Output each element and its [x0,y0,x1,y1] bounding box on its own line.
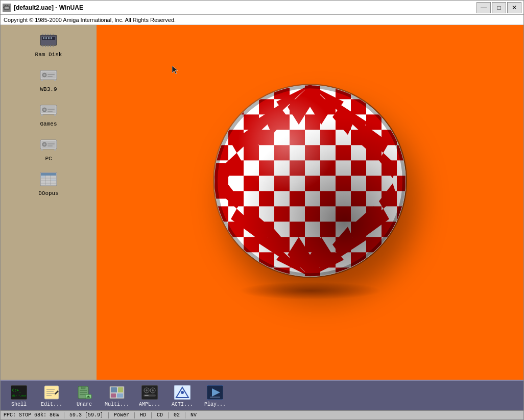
pc-label: PC [45,156,52,162]
svg-rect-21 [47,34,49,35]
svg-point-109 [152,389,154,391]
svg-rect-7 [7,9,8,10]
svg-rect-45 [47,145,53,146]
taskbar-edit[interactable]: Edit... [36,382,67,409]
svg-rect-38 [41,114,43,116]
amiga-ball-container [213,84,407,300]
games-icon-img [39,101,58,119]
svg-rect-20 [45,34,46,35]
svg-rect-49 [41,173,56,176]
dopus-icon-img [39,170,58,188]
ball-svg [213,84,407,278]
svg-rect-12 [48,37,50,39]
svg-point-114 [181,391,184,394]
cd-status: CD [157,412,163,418]
ppc-status: PPC: STOP 68k: 86% [4,412,59,418]
num-status: 02 [174,412,180,418]
power-status: Power [114,412,129,418]
play-label: Play... [204,402,226,407]
icon-dopus[interactable]: DOopus [28,168,69,199]
amiga-desktop[interactable] [97,25,523,380]
svg-text:C:>_: C:>_ [12,388,21,392]
status-divider-3 [134,412,135,418]
pc-icon-img [39,135,58,154]
svg-rect-4 [5,5,6,6]
shell-icon: C:>_ dir *.exe [11,384,27,401]
edit-label: Edit... [41,402,62,407]
ram-disk-icon-img [39,31,58,50]
taskbar-acti[interactable]: ACTI... [167,382,198,409]
svg-rect-55 [41,176,45,178]
shell-label: Shell [11,402,27,407]
statusbar: PPC: STOP 68k: 86% 59.3 [59.9] Power HD … [1,410,523,419]
taskbar-unarc[interactable]: Unarc [69,382,100,409]
svg-rect-28 [47,74,55,75]
ball-shadow [239,282,382,300]
svg-rect-2 [3,7,4,8]
ram-disk-label: Ram Disk [35,52,62,58]
svg-point-107 [146,389,148,391]
maximize-button[interactable]: □ [492,2,506,13]
unarc-icon [76,384,92,401]
close-button[interactable]: ✕ [507,2,521,13]
copyright-text: Copyright © 1985-2000 Amiga Internationa… [4,17,176,23]
svg-rect-37 [47,111,53,112]
taskbar-play[interactable]: Play... [200,382,230,409]
svg-rect-13 [51,37,52,39]
taskbar-multi[interactable]: Multi... [102,382,132,409]
icon-ram-disk[interactable]: Ram Disk [28,29,69,60]
svg-rect-105 [141,385,158,400]
multi-label: Multi... [105,402,129,407]
edit-icon [43,384,60,401]
svg-rect-18 [53,45,54,47]
status-divider-5 [168,412,169,418]
dopus-label: DOopus [38,190,59,196]
svg-point-43 [43,143,45,145]
taskbar-shell[interactable]: C:>_ dir *.exe Shell [4,382,34,409]
status-divider-6 [185,412,185,418]
minimize-button[interactable]: — [477,2,491,13]
svg-rect-10 [43,37,44,39]
svg-rect-85 [11,385,27,400]
svg-point-35 [43,109,45,111]
acti-icon [174,384,190,401]
freq-status: 59.3 [59.9] [69,412,103,418]
svg-rect-103 [111,393,116,398]
svg-rect-47 [54,149,56,151]
unarc-label: Unarc [77,402,92,407]
multi-icon [109,384,125,401]
svg-rect-117 [210,397,220,398]
svg-rect-111 [145,395,149,396]
icon-pc[interactable]: PC [28,133,69,164]
svg-rect-22 [50,34,51,35]
ampl-label: AMPL... [139,402,160,407]
amiga-ball [213,84,407,278]
hd-status: HD [140,412,146,418]
play-icon [207,384,223,401]
svg-rect-19 [42,34,43,35]
svg-rect-3 [9,7,10,8]
icon-wb39[interactable]: WB3.9 [28,64,69,94]
games-label: Games [40,121,57,127]
wb39-icon-img [39,66,58,84]
svg-rect-101 [111,387,117,392]
svg-rect-31 [54,80,56,81]
svg-rect-29 [47,76,53,77]
svg-rect-36 [47,109,55,110]
svg-rect-30 [41,80,43,81]
svg-rect-46 [41,149,43,151]
svg-marker-57 [172,66,178,74]
svg-rect-102 [118,387,123,392]
status-divider-1 [64,412,64,418]
main-area: Ram Disk WB3. [1,25,523,380]
status-divider-2 [108,412,109,418]
svg-rect-16 [47,45,49,47]
svg-rect-6 [5,9,6,10]
icon-games[interactable]: Games [28,98,69,129]
acti-label: ACTI... [172,402,193,407]
app-icon [3,4,11,12]
taskbar-ampl[interactable]: AMPL... [134,382,165,409]
copyright-bar: Copyright © 1985-2000 Amiga Internationa… [1,15,523,25]
svg-rect-5 [7,5,8,6]
window-title: [default2.uae] - WinUAE [14,4,477,11]
